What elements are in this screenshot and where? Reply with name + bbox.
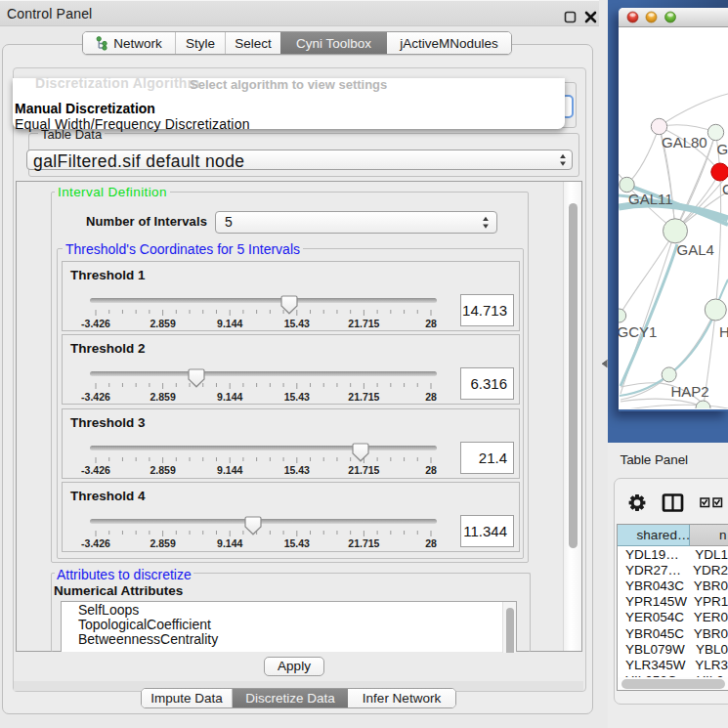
- svg-text:H: H: [719, 323, 728, 340]
- svg-text:C: C: [722, 181, 728, 197]
- svg-text:HAP2: HAP2: [671, 383, 709, 400]
- svg-text:GA: GA: [717, 141, 728, 157]
- svg-text:GAL4: GAL4: [677, 241, 714, 258]
- svg-text:GCY1: GCY1: [619, 323, 657, 340]
- svg-text:GAL11: GAL11: [628, 191, 673, 207]
- svg-text:GAL80: GAL80: [662, 134, 707, 150]
